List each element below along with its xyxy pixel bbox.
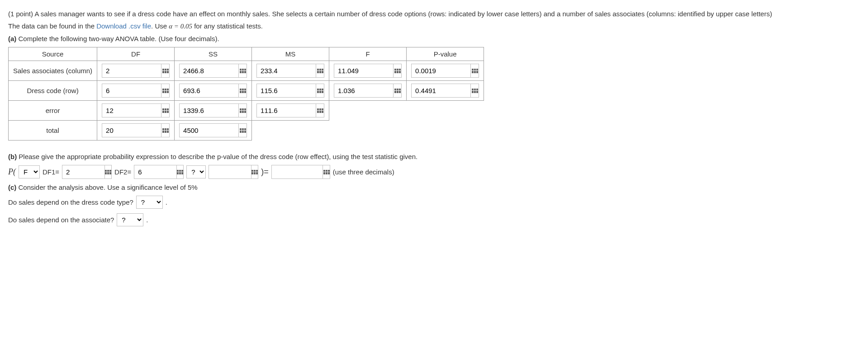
keypad-icon — [323, 170, 330, 174]
input-row-ss[interactable] — [179, 84, 238, 98]
data-line-post: . Use — [151, 22, 169, 30]
intro-text: A sales manager wants to see if a dress … — [34, 10, 772, 18]
part-a: (a) Complete the following two-way ANOVA… — [8, 35, 860, 42]
keypad-button[interactable] — [238, 84, 247, 98]
data-line: The data can be found in the Download .c… — [8, 22, 860, 30]
data-line-tail: for any statistical tests. — [192, 22, 263, 30]
part-b: (b) Please give the appropriate probabil… — [8, 153, 860, 160]
part-a-label: (a) — [8, 35, 16, 42]
decimals-hint: (use three decimals) — [333, 168, 394, 176]
table-row-column: Sales associates (column) — [9, 61, 484, 81]
keypad-button[interactable] — [238, 123, 247, 137]
keypad-icon — [240, 69, 246, 73]
part-c-label: (c) — [8, 183, 16, 191]
keypad-icon — [317, 69, 323, 73]
q1-text: Do sales depend on the dress code type? — [8, 198, 133, 206]
table-row-row: Dress code (row) — [9, 81, 484, 101]
keypad-button[interactable] — [176, 165, 184, 179]
keypad-button[interactable] — [238, 103, 247, 117]
part-c-text: Consider the analysis above. Use a signi… — [16, 183, 197, 191]
keypad-button[interactable] — [393, 64, 402, 78]
header-f: F — [329, 47, 407, 61]
part-c: (c) Consider the analysis above. Use a s… — [8, 183, 860, 191]
keypad-icon — [162, 128, 169, 133]
input-row-p[interactable] — [411, 84, 470, 98]
header-ms: MS — [252, 47, 329, 61]
q2-select[interactable]: ?YesNo — [117, 213, 143, 226]
keypad-icon — [317, 108, 323, 113]
keypad-icon — [317, 89, 323, 93]
keypad-icon — [251, 170, 258, 174]
df1-input[interactable] — [62, 165, 104, 179]
input-column-ms[interactable] — [256, 64, 316, 78]
keypad-button[interactable] — [104, 165, 112, 179]
input-row-f[interactable] — [334, 84, 393, 98]
row-label: Sales associates (column) — [9, 61, 97, 81]
keypad-button[interactable] — [470, 64, 479, 78]
table-row-total: total — [9, 121, 484, 141]
test-stat-input[interactable] — [209, 165, 251, 179]
keypad-button[interactable] — [393, 84, 402, 98]
df1-label: DF1= — [43, 168, 59, 176]
keypad-button[interactable] — [316, 84, 324, 98]
distribution-select[interactable]: FTZχ² — [19, 165, 40, 178]
header-ss: SS — [175, 47, 252, 61]
input-column-p[interactable] — [411, 64, 470, 78]
table-row-error: error — [9, 101, 484, 121]
keypad-icon — [394, 89, 401, 93]
close-equals: )= — [261, 167, 269, 177]
input-column-f[interactable] — [334, 64, 393, 78]
row-label: Dress code (row) — [9, 81, 97, 101]
input-error-df[interactable] — [102, 103, 161, 117]
comparison-select[interactable]: ?<>≤≥ — [186, 165, 206, 178]
input-column-df[interactable] — [102, 64, 161, 78]
keypad-button[interactable] — [161, 103, 170, 117]
input-total-df[interactable] — [102, 123, 161, 137]
p-open: P( — [8, 167, 16, 177]
keypad-button[interactable] — [251, 165, 258, 179]
input-row-ms[interactable] — [256, 84, 316, 98]
input-column-ss[interactable] — [179, 64, 238, 78]
input-total-ss[interactable] — [179, 123, 238, 137]
period: . — [146, 216, 148, 224]
df2-input[interactable] — [134, 165, 176, 179]
keypad-button[interactable] — [470, 84, 479, 98]
input-error-ms[interactable] — [256, 103, 316, 117]
table-header-row: Source DF SS MS F P-value — [9, 47, 484, 61]
keypad-button[interactable] — [161, 123, 170, 137]
keypad-button[interactable] — [238, 64, 247, 78]
keypad-icon — [162, 69, 169, 73]
prob-expression: P( FTZχ² DF1= DF2= ?<>≤≥ )= (use three d… — [8, 165, 860, 179]
download-csv-link[interactable]: Download .csv file — [96, 22, 151, 30]
keypad-icon — [472, 69, 478, 73]
keypad-button[interactable] — [316, 64, 324, 78]
pvalue-input[interactable] — [271, 165, 323, 179]
keypad-button[interactable] — [161, 64, 170, 78]
question-dresscode: Do sales depend on the dress code type? … — [8, 196, 860, 209]
keypad-icon — [105, 170, 111, 174]
keypad-icon — [177, 170, 183, 174]
keypad-button[interactable] — [323, 165, 330, 179]
header-source: Source — [9, 47, 97, 61]
row-label: total — [9, 121, 97, 141]
keypad-button[interactable] — [161, 84, 170, 98]
row-label: error — [9, 101, 97, 121]
keypad-icon — [240, 89, 246, 93]
part-b-label: (b) — [8, 153, 17, 160]
part-b-text: Please give the appropriate probability … — [17, 153, 417, 160]
question-associate: Do sales depend on the associate? ?YesNo… — [8, 213, 860, 226]
input-row-df[interactable] — [102, 84, 161, 98]
points-label: (1 point) — [8, 10, 34, 18]
keypad-icon — [472, 89, 478, 93]
input-error-ss[interactable] — [179, 103, 238, 117]
anova-table: Source DF SS MS F P-value Sales associat… — [8, 47, 484, 141]
period: . — [166, 198, 167, 206]
part-a-text: Complete the following two-way ANOVA tab… — [16, 35, 219, 42]
keypad-button[interactable] — [316, 103, 324, 117]
df2-label: DF2= — [114, 168, 131, 176]
alpha-expression: α = 0.05 — [169, 23, 192, 30]
header-p: P-value — [407, 47, 484, 61]
keypad-icon — [162, 108, 169, 113]
q1-select[interactable]: ?YesNo — [136, 196, 163, 209]
keypad-icon — [240, 128, 246, 133]
